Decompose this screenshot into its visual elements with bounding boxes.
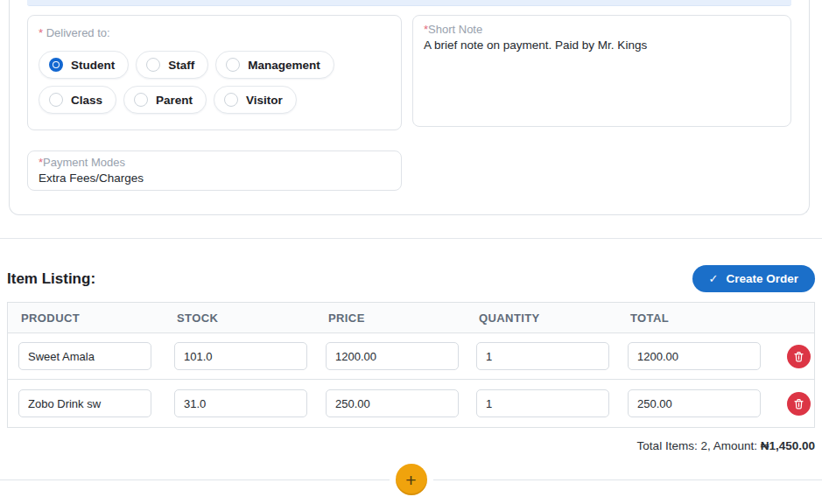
delivered-to-group: * Delivered to: Student Staff Management — [27, 15, 402, 130]
short-note-field[interactable]: *Short Note A brief note on payment. Pai… — [412, 15, 791, 127]
price-input[interactable] — [326, 389, 459, 417]
radio-option-class[interactable]: Class — [39, 86, 116, 114]
product-input[interactable] — [18, 389, 151, 417]
total-input[interactable] — [628, 389, 761, 417]
short-note-label: *Short Note — [424, 23, 780, 36]
delete-item-button[interactable] — [787, 345, 811, 368]
create-order-label: Create Order — [726, 272, 798, 285]
radio-unchecked-icon — [134, 93, 148, 107]
order-form-card: * Delivered to: Student Staff Management — [9, 0, 810, 215]
column-header-stock: STOCK — [164, 312, 315, 325]
radio-unchecked-icon — [146, 58, 160, 72]
quantity-input[interactable] — [476, 389, 609, 417]
add-item-divider: + — [0, 464, 822, 495]
product-input[interactable] — [18, 342, 151, 370]
delete-item-button[interactable] — [787, 392, 811, 416]
section-divider — [0, 238, 822, 239]
create-order-button[interactable]: ✓ Create Order — [692, 265, 815, 292]
short-note-label-text: Short Note — [428, 23, 482, 36]
stock-input[interactable] — [174, 389, 307, 417]
form-top-row: * Delivered to: Student Staff Management — [27, 15, 791, 130]
radio-unchecked-icon — [224, 93, 238, 107]
radio-option-label: Student — [71, 59, 115, 72]
radio-option-staff[interactable]: Staff — [136, 51, 208, 79]
required-asterisk: * — [39, 26, 43, 39]
summary-prefix: Total Items: 2, Amount: — [637, 439, 761, 452]
column-header-quantity: QUANTITY — [466, 312, 617, 325]
radio-option-visitor[interactable]: Visitor — [214, 86, 297, 114]
divider-line-right — [433, 480, 822, 480]
trash-icon — [793, 398, 804, 410]
short-note-value[interactable]: A brief note on payment. Paid by Mr. Kin… — [424, 38, 780, 52]
add-item-button[interactable]: + — [396, 464, 427, 495]
delivered-to-label-text: Delivered to: — [46, 26, 110, 39]
radio-unchecked-icon — [49, 93, 63, 107]
radio-option-label: Parent — [156, 94, 193, 107]
table-row — [8, 379, 814, 427]
column-header-product: PRODUCT — [8, 312, 164, 325]
item-listing-title: Item Listing: — [7, 270, 95, 288]
table-row — [8, 333, 814, 379]
table-header-row: PRODUCT STOCK PRICE QUANTITY TOTAL — [8, 303, 814, 333]
stock-input[interactable] — [174, 342, 307, 370]
column-header-total: TOTAL — [617, 312, 768, 325]
radio-option-label: Management — [248, 59, 320, 72]
price-input[interactable] — [326, 342, 459, 370]
payment-modes-value[interactable]: Extra Fees/Charges — [39, 172, 390, 185]
delivered-to-options: Student Staff Management Class Parent — [39, 51, 358, 114]
plus-icon: + — [405, 471, 416, 489]
order-summary: Total Items: 2, Amount: ₦1,450.00 — [0, 439, 815, 452]
check-icon: ✓ — [709, 272, 719, 285]
delivered-to-label: * Delivered to: — [39, 26, 390, 39]
radio-option-label: Staff — [168, 59, 194, 72]
payment-modes-field[interactable]: *Payment Modes Extra Fees/Charges — [27, 150, 402, 191]
total-input[interactable] — [628, 342, 761, 370]
item-table: PRODUCT STOCK PRICE QUANTITY TOTAL — [7, 302, 815, 428]
payment-modes-label: *Payment Modes — [39, 156, 390, 169]
top-highlight-bar — [27, 0, 791, 6]
quantity-input[interactable] — [476, 342, 609, 370]
payment-modes-label-text: Payment Modes — [43, 156, 125, 169]
radio-option-management[interactable]: Management — [215, 51, 334, 79]
divider-line-left — [0, 480, 390, 480]
summary-amount: ₦1,450.00 — [761, 439, 815, 452]
radio-option-label: Visitor — [246, 94, 283, 107]
radio-checked-icon — [49, 58, 63, 72]
radio-option-student[interactable]: Student — [39, 51, 129, 79]
radio-unchecked-icon — [226, 58, 240, 72]
radio-option-parent[interactable]: Parent — [123, 86, 207, 114]
column-header-price: PRICE — [315, 312, 466, 325]
radio-option-label: Class — [71, 94, 102, 107]
trash-icon — [793, 351, 804, 362]
item-listing-header: Item Listing: ✓ Create Order — [7, 265, 815, 292]
